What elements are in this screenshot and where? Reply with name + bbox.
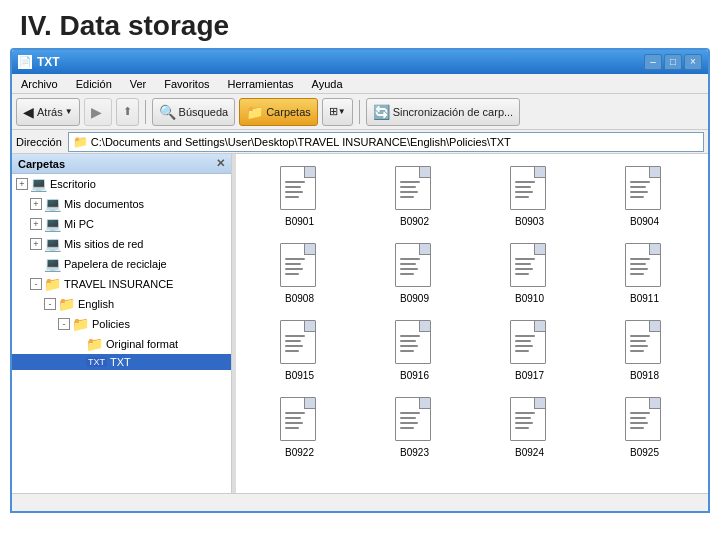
file-lines — [630, 335, 652, 355]
file-item[interactable]: B0925 — [589, 393, 700, 462]
sync-button[interactable]: 🔄 Sincronización de carp... — [366, 98, 520, 126]
tree-expand-icon[interactable]: - — [44, 298, 56, 310]
tree-item[interactable]: +💻Mi PC — [12, 214, 231, 234]
tree-item[interactable]: +💻Escritorio — [12, 174, 231, 194]
tree-item[interactable]: -📁Policies — [12, 314, 231, 334]
file-label: B0925 — [630, 447, 659, 458]
toolbar-sep-2 — [359, 100, 360, 124]
tree-expand-icon[interactable]: + — [30, 218, 42, 230]
tree-item[interactable]: 💻Papelera de reciclaje — [12, 254, 231, 274]
up-button[interactable]: ⬆ — [116, 98, 139, 126]
tree-expand-icon[interactable]: + — [30, 238, 42, 250]
file-label: B0904 — [630, 216, 659, 227]
tree-folder-icon: TXT — [86, 357, 107, 367]
file-lines — [515, 412, 537, 432]
minimize-button[interactable]: – — [644, 54, 662, 70]
file-item[interactable]: B0902 — [359, 162, 470, 231]
file-lines — [400, 412, 422, 432]
file-lines — [515, 258, 537, 278]
tree-expand-icon[interactable]: - — [30, 278, 42, 290]
file-page-icon — [395, 397, 431, 441]
window-title: TXT — [37, 55, 642, 69]
file-item[interactable]: B0904 — [589, 162, 700, 231]
file-item[interactable]: B0923 — [359, 393, 470, 462]
toolbar: ◀ Atrás ▼ ▶ ⬆ 🔍 Búsqueda 📁 Carpetas ⊞ ▼ … — [12, 94, 708, 130]
tree-item-label: TXT — [110, 356, 131, 368]
maximize-button[interactable]: □ — [664, 54, 682, 70]
file-item[interactable]: B0918 — [589, 316, 700, 385]
explorer-window: 📄 TXT – □ × Archivo Edición Ver Favorito… — [10, 48, 710, 513]
address-bar: Dirección 📁 C:\Documents and Settings\Us… — [12, 130, 708, 154]
tree-folder-icon: 💻 — [30, 176, 47, 192]
file-label: B0916 — [400, 370, 429, 381]
tree-expand-icon[interactable]: + — [16, 178, 28, 190]
tree-item[interactable]: TXTTXT — [12, 354, 231, 370]
file-page-icon — [280, 166, 316, 210]
file-item[interactable]: B0916 — [359, 316, 470, 385]
file-page-icon — [625, 397, 661, 441]
menu-herramientas[interactable]: Herramientas — [225, 77, 297, 91]
file-lines — [285, 258, 307, 278]
back-button[interactable]: ◀ Atrás ▼ — [16, 98, 80, 126]
menu-ver[interactable]: Ver — [127, 77, 150, 91]
tree-folder-icon: 💻 — [44, 236, 61, 252]
file-page-icon — [625, 166, 661, 210]
view-button[interactable]: ⊞ ▼ — [322, 98, 353, 126]
tree-container: +💻Escritorio+💻Mis documentos+💻Mi PC+💻Mis… — [12, 174, 231, 370]
folders-button[interactable]: 📁 Carpetas — [239, 98, 318, 126]
menu-ayuda[interactable]: Ayuda — [309, 77, 346, 91]
search-icon: 🔍 — [159, 104, 176, 120]
file-item[interactable]: B0922 — [244, 393, 355, 462]
file-lines — [515, 335, 537, 355]
address-input[interactable]: 📁 C:\Documents and Settings\User\Desktop… — [68, 132, 704, 152]
tree-expand-icon[interactable]: - — [58, 318, 70, 330]
file-icon — [280, 243, 320, 291]
left-panel-close[interactable]: ✕ — [216, 157, 225, 170]
file-lines — [285, 181, 307, 201]
file-item[interactable]: B0915 — [244, 316, 355, 385]
address-label: Dirección — [16, 136, 62, 148]
file-item[interactable]: B0911 — [589, 239, 700, 308]
file-item[interactable]: B0903 — [474, 162, 585, 231]
menu-favoritos[interactable]: Favoritos — [161, 77, 212, 91]
main-content: Carpetas ✕ +💻Escritorio+💻Mis documentos+… — [12, 154, 708, 493]
file-item[interactable]: B0901 — [244, 162, 355, 231]
file-icon — [395, 397, 435, 445]
tree-item[interactable]: -📁TRAVEL INSURANCE — [12, 274, 231, 294]
tree-item-label: English — [78, 298, 114, 310]
search-button[interactable]: 🔍 Búsqueda — [152, 98, 236, 126]
file-item[interactable]: B0924 — [474, 393, 585, 462]
menu-edicion[interactable]: Edición — [73, 77, 115, 91]
file-item[interactable]: B0908 — [244, 239, 355, 308]
tree-item-label: Mis documentos — [64, 198, 144, 210]
file-lines — [630, 412, 652, 432]
file-lines — [630, 181, 652, 201]
file-lines — [400, 258, 422, 278]
tree-item-label: Papelera de reciclaje — [64, 258, 167, 270]
toolbar-sep-1 — [145, 100, 146, 124]
file-page-icon — [510, 397, 546, 441]
file-item[interactable]: B0917 — [474, 316, 585, 385]
menu-archivo[interactable]: Archivo — [18, 77, 61, 91]
close-button[interactable]: × — [684, 54, 702, 70]
file-item[interactable]: B0910 — [474, 239, 585, 308]
menu-bar: Archivo Edición Ver Favoritos Herramient… — [12, 74, 708, 94]
file-page-icon — [625, 320, 661, 364]
back-label: Atrás — [37, 106, 63, 118]
tree-expand-icon[interactable]: + — [30, 198, 42, 210]
file-item[interactable]: B0909 — [359, 239, 470, 308]
file-lines — [285, 412, 307, 432]
file-page-icon — [280, 243, 316, 287]
forward-button[interactable]: ▶ — [84, 98, 112, 126]
carpetas-label: Carpetas — [18, 158, 65, 170]
file-page-icon — [280, 320, 316, 364]
tree-item[interactable]: 📁Original format — [12, 334, 231, 354]
tree-item-label: Mi PC — [64, 218, 94, 230]
tree-item[interactable]: +💻Mis sitios de red — [12, 234, 231, 254]
file-page-icon — [625, 243, 661, 287]
file-icon — [625, 397, 665, 445]
up-icon: ⬆ — [123, 105, 132, 118]
tree-item[interactable]: -📁English — [12, 294, 231, 314]
tree-item[interactable]: +💻Mis documentos — [12, 194, 231, 214]
file-label: B0901 — [285, 216, 314, 227]
